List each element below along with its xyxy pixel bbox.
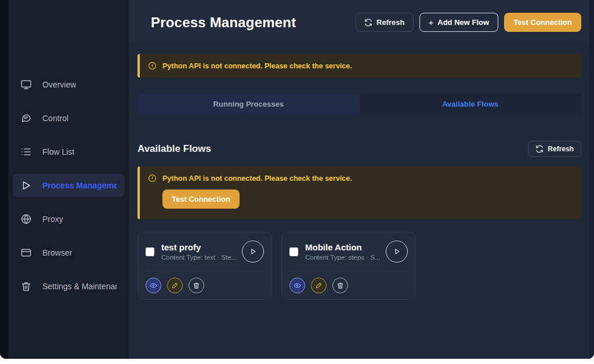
tab-running-processes[interactable]: Running Processes <box>137 94 360 114</box>
run-flow-button[interactable] <box>386 241 408 263</box>
alert-circle-icon <box>148 174 157 183</box>
flow-card-actions <box>289 278 408 293</box>
sidebar-item-overview[interactable]: Overview <box>13 73 124 96</box>
refresh-button[interactable]: Refresh <box>356 13 413 32</box>
app-window: Overview Control Flow List Process Manag… <box>0 0 594 359</box>
play-icon <box>20 180 32 191</box>
api-warning-banner: Python API is not connected. Please chec… <box>137 54 581 78</box>
edit-flow-button[interactable] <box>167 278 183 293</box>
card-divider <box>289 271 408 271</box>
globe-icon <box>20 213 32 225</box>
play-icon <box>248 247 258 256</box>
flow-title: Mobile Action <box>305 242 381 252</box>
flows-section-header: Available Flows Refresh <box>137 141 581 157</box>
chat-icon <box>20 112 32 124</box>
flows-section-title: Available Flows <box>137 143 211 155</box>
trash-icon <box>193 282 200 289</box>
flows-warning-message: Python API is not connected. Please chec… <box>162 174 352 183</box>
flows-warning-banner: Python API is not connected. Please chec… <box>137 166 581 219</box>
trash-icon <box>20 281 32 292</box>
sidebar-item-control[interactable]: Control <box>13 107 124 130</box>
flow-card-top: test profy Content Type: text · Ste... <box>146 241 264 263</box>
window-right-edge <box>589 0 594 359</box>
flow-card: Mobile Action Content Type: steps · S... <box>281 232 416 300</box>
flow-checkbox[interactable] <box>289 247 298 256</box>
window-icon <box>20 247 32 259</box>
view-flow-button[interactable] <box>289 278 305 293</box>
test-connection-label: Test Connection <box>513 18 572 27</box>
sidebar: Overview Control Flow List Process Manag… <box>8 0 129 359</box>
eye-icon <box>150 282 157 289</box>
api-warning-row: Python API is not connected. Please chec… <box>140 54 581 78</box>
list-icon <box>20 146 32 158</box>
flow-card-top: Mobile Action Content Type: steps · S... <box>289 241 408 263</box>
flows-refresh-button[interactable]: Refresh <box>528 141 581 157</box>
sidebar-item-label: Flow List <box>42 147 74 156</box>
card-divider <box>146 271 264 271</box>
view-flow-button[interactable] <box>146 278 161 293</box>
flow-checkbox[interactable] <box>146 247 154 256</box>
flow-card: test profy Content Type: text · Ste... <box>137 232 272 300</box>
monitor-icon <box>20 79 32 90</box>
refresh-icon <box>535 145 544 153</box>
flows-refresh-label: Refresh <box>548 145 574 153</box>
flow-card-text: Mobile Action Content Type: steps · S... <box>305 242 381 261</box>
sidebar-item-proxy[interactable]: Proxy <box>13 208 124 231</box>
flow-cards: test profy Content Type: text · Ste... <box>137 232 581 300</box>
refresh-icon <box>364 19 372 27</box>
page-header: Process Management Refresh + Add New Flo… <box>129 0 594 41</box>
flows-warning-row: Python API is not connected. Please chec… <box>140 166 581 185</box>
refresh-button-label: Refresh <box>376 18 404 27</box>
sidebar-item-label: Control <box>42 114 68 123</box>
sidebar-item-label: Overview <box>42 80 76 89</box>
sidebar-item-flow-list[interactable]: Flow List <box>13 140 124 163</box>
banner-test-connection-label: Test Connection <box>172 195 230 203</box>
sidebar-item-browser[interactable]: Browser <box>13 241 124 264</box>
flow-meta: Content Type: steps · S... <box>305 254 381 261</box>
add-new-flow-button[interactable]: + Add New Flow <box>419 13 499 32</box>
flow-card-actions <box>146 278 264 293</box>
page-title: Process Management <box>151 14 296 31</box>
run-flow-button[interactable] <box>242 241 264 263</box>
header-actions: Refresh + Add New Flow Test Connection <box>356 13 581 32</box>
test-connection-button[interactable]: Test Connection <box>504 13 581 32</box>
tab-bar: Running Processes Available Flows <box>137 94 581 114</box>
api-warning-message: Python API is not connected. Please chec… <box>162 62 352 70</box>
flow-meta: Content Type: text · Ste... <box>161 254 237 261</box>
sidebar-item-label: Browser <box>42 248 72 257</box>
banner-test-connection-button[interactable]: Test Connection <box>162 190 240 209</box>
sidebar-item-settings-maintenance[interactable]: Settings & Maintenance <box>13 275 124 298</box>
sidebar-item-label: Process Management <box>42 181 117 190</box>
tab-available-flows[interactable]: Available Flows <box>360 94 582 114</box>
plus-icon: + <box>429 18 434 27</box>
flow-title: test profy <box>161 242 237 252</box>
edit-flow-button[interactable] <box>311 278 327 293</box>
sidebar-item-process-management[interactable]: Process Management <box>13 174 124 197</box>
alert-circle-icon <box>148 61 157 70</box>
add-new-flow-label: Add New Flow <box>437 18 489 27</box>
delete-flow-button[interactable] <box>332 278 348 293</box>
sidebar-item-label: Settings & Maintenance <box>42 282 117 291</box>
sidebar-item-label: Proxy <box>42 214 63 224</box>
main-content: Process Management Refresh + Add New Flo… <box>129 0 594 359</box>
delete-flow-button[interactable] <box>189 278 204 293</box>
window-left-edge <box>0 0 8 359</box>
trash-icon <box>336 282 344 289</box>
pencil-icon <box>315 282 323 289</box>
play-icon <box>392 247 401 256</box>
eye-icon <box>294 282 301 289</box>
pencil-icon <box>171 282 179 289</box>
flow-card-text: test profy Content Type: text · Ste... <box>161 242 237 261</box>
